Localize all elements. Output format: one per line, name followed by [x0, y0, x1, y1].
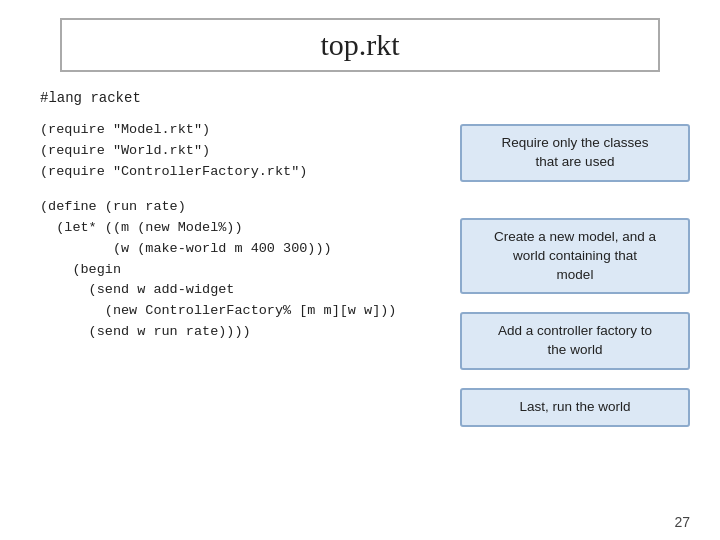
page-number: 27	[0, 514, 720, 540]
annotation-3-text: Add a controller factory tothe world	[498, 323, 652, 357]
annotations-column: Require only the classesthat are used Cr…	[450, 90, 690, 504]
spacer-2	[460, 196, 690, 218]
annotation-4-text: Last, run the world	[519, 399, 630, 414]
require-block: (require "Model.rkt") (require "World.rk…	[40, 120, 450, 183]
code-area: #lang racket (require "Model.rkt") (requ…	[30, 90, 450, 504]
annotation-box-1: Require only the classesthat are used	[460, 124, 690, 182]
main-content: #lang racket (require "Model.rkt") (requ…	[0, 72, 720, 514]
slide: top.rkt #lang racket (require "Model.rkt…	[0, 0, 720, 540]
title-box: top.rkt	[60, 18, 660, 72]
annotation-1-text: Require only the classesthat are used	[501, 135, 648, 169]
annotation-box-2: Create a new model, and aworld containin…	[460, 218, 690, 295]
annotation-2-text: Create a new model, and aworld containin…	[494, 229, 656, 282]
define-block: (define (run rate) (let* ((m (new Model%…	[40, 197, 450, 343]
annotation-box-4: Last, run the world	[460, 388, 690, 427]
annotation-box-3: Add a controller factory tothe world	[460, 312, 690, 370]
slide-title: top.rkt	[320, 28, 399, 61]
spacer-top	[460, 90, 690, 124]
lang-line: #lang racket	[40, 90, 450, 106]
